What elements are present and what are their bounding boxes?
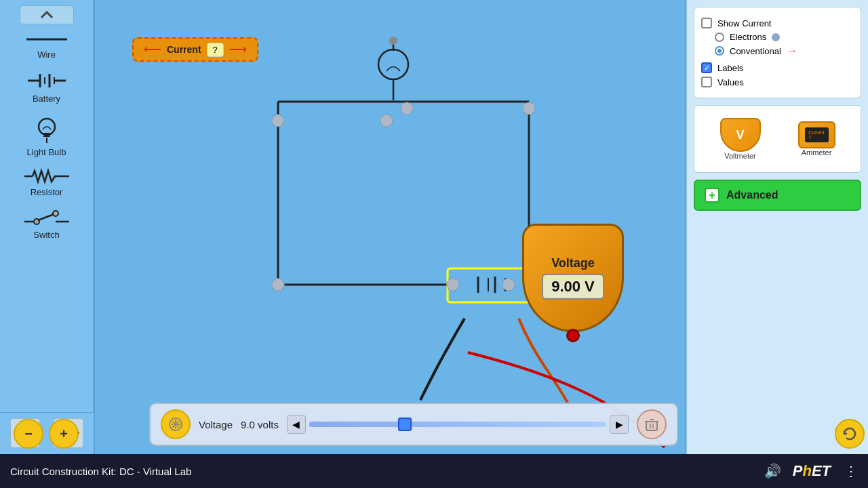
voltage-value-display: 9.0 volts: [241, 419, 279, 430]
svg-point-42: [378, 49, 408, 79]
svg-rect-61: [646, 422, 657, 430]
sound-icon[interactable]: 🔊: [764, 463, 781, 479]
conventional-label: Conventional: [730, 46, 781, 56]
advanced-label: Advanced: [726, 189, 778, 201]
battery-settings-button[interactable]: [161, 409, 191, 439]
toolbar-item-wire[interactable]: Wire: [0, 26, 93, 65]
show-current-label: Show Current: [717, 18, 771, 28]
volt-meter-value: 9.00 V: [542, 274, 604, 300]
svg-point-52: [380, 115, 393, 127]
phet-text: PhET: [793, 462, 831, 480]
electrons-radio[interactable]: [715, 33, 724, 42]
scroll-up-button[interactable]: [20, 5, 74, 24]
electron-indicator: [772, 33, 780, 41]
voltage-meter[interactable]: Voltage 9.00 V: [522, 224, 624, 346]
ammeter-screen: Current?: [805, 127, 829, 142]
ammeter-icon[interactable]: Current?: [798, 121, 835, 148]
current-options-section: Show Current Electrons Conventional → ✓ …: [694, 7, 861, 98]
voltage-slider-container: ◀ ▶: [287, 415, 629, 434]
toolbar-item-resistor[interactable]: Resistor: [0, 163, 93, 203]
zoom-out-button[interactable]: −: [14, 419, 43, 449]
app-title: Circuit Construction Kit: DC - Virtual L…: [10, 466, 191, 477]
svg-point-53: [401, 102, 413, 115]
light-bulb-label: Light Bulb: [27, 147, 66, 157]
electrons-option[interactable]: Electrons: [715, 32, 854, 42]
svg-point-57: [502, 279, 515, 291]
right-panel: Show Current Electrons Conventional → ✓ …: [686, 0, 868, 454]
svg-point-56: [447, 279, 459, 291]
ammeter-label: Ammeter: [802, 148, 832, 157]
volt-meter-probe-connector[interactable]: [566, 329, 580, 342]
phet-logo: 🔊 PhET ⋮: [764, 462, 858, 480]
voltmeter-label: Voltmeter: [724, 152, 755, 160]
zoom-controls: − +: [14, 419, 79, 449]
voltage-slider-thumb[interactable]: [398, 418, 412, 431]
slider-left-button[interactable]: ◀: [287, 415, 306, 434]
svg-point-45: [389, 37, 397, 45]
advanced-plus-icon: +: [705, 188, 719, 203]
conventional-option[interactable]: Conventional →: [715, 45, 854, 57]
labels-label: Labels: [717, 63, 743, 73]
battery-label: Battery: [33, 94, 60, 104]
toolbar-item-switch[interactable]: Switch: [0, 203, 93, 245]
show-current-checkbox[interactable]: [701, 18, 712, 28]
toolbar-item-battery[interactable]: Battery: [0, 65, 93, 109]
instruments-section: Voltmeter Current? Ammeter: [694, 105, 861, 173]
values-row[interactable]: Values: [701, 77, 854, 87]
conventional-arrow: →: [787, 45, 797, 57]
bottom-bar: Circuit Construction Kit: DC - Virtual L…: [0, 454, 868, 488]
instruments-row: Voltmeter Current? Ammeter: [701, 113, 854, 165]
battery-control-bar: Voltage 9.0 volts ◀ ▶: [149, 403, 678, 446]
show-current-row[interactable]: Show Current: [701, 18, 854, 28]
voltage-control-label: Voltage: [199, 419, 233, 430]
voltmeter-icon[interactable]: [720, 118, 761, 152]
electrons-label: Electrons: [730, 32, 766, 42]
volt-meter-title: Voltage: [551, 256, 595, 270]
advanced-button[interactable]: + Advanced: [694, 180, 861, 211]
conventional-radio[interactable]: [715, 46, 724, 56]
svg-point-60: [174, 422, 178, 426]
volt-meter-body: Voltage 9.00 V: [522, 224, 624, 332]
values-checkbox[interactable]: [701, 77, 712, 87]
zoom-in-button[interactable]: +: [49, 419, 79, 449]
slider-right-button[interactable]: ▶: [610, 415, 629, 434]
svg-point-16: [53, 211, 58, 216]
voltmeter-instrument[interactable]: Voltmeter: [720, 118, 761, 160]
ammeter-instrument[interactable]: Current? Ammeter: [798, 121, 835, 157]
reload-button[interactable]: [835, 419, 865, 449]
svg-point-51: [272, 115, 284, 127]
resistor-label: Resistor: [31, 187, 63, 197]
svg-point-54: [523, 102, 535, 115]
wire-label: Wire: [37, 49, 56, 60]
labels-checkbox[interactable]: ✓: [701, 62, 712, 73]
voltage-slider-track[interactable]: [309, 422, 606, 427]
menu-icon[interactable]: ⋮: [844, 463, 858, 479]
labels-row[interactable]: ✓ Labels: [701, 62, 854, 73]
values-label: Values: [717, 77, 744, 87]
toolbar-item-light-bulb[interactable]: Light Bulb: [0, 109, 93, 163]
switch-label: Switch: [33, 230, 59, 240]
delete-button[interactable]: [637, 409, 667, 439]
circuit-canvas[interactable]: ⟵ Current ? ⟶: [95, 0, 685, 454]
left-toolbar: Wire Battery Light Bulb Resist: [0, 0, 94, 454]
svg-point-55: [272, 279, 284, 291]
